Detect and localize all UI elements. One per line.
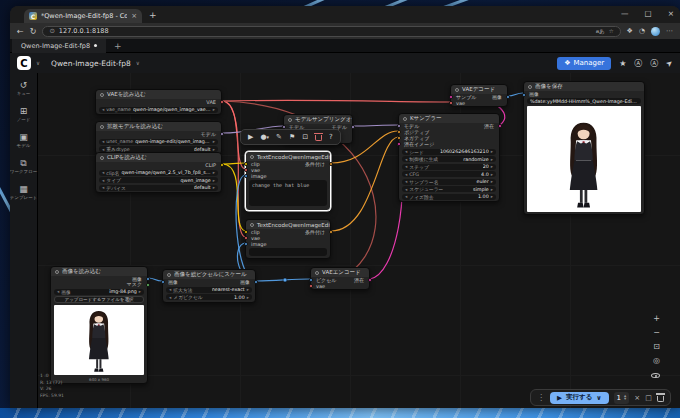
collapse-dot[interactable] — [315, 271, 319, 275]
sidebar-item-templates[interactable]: ▦ テンプレート — [10, 185, 37, 200]
workflow-tab-active[interactable]: Qwen-Image-Edit-fp8 — [12, 39, 106, 53]
combo-right-icon[interactable]: ▸ — [491, 172, 493, 177]
collapse-dot[interactable] — [167, 273, 171, 277]
node-save-image[interactable]: 画像を保存 画像 %date:yyMMdd-HHmm%_Qwen-Image-E… — [523, 81, 645, 215]
node-vae-decode[interactable]: VAEデコード サンプル 画像 vae — [450, 84, 508, 107]
port-clip-in[interactable] — [244, 162, 248, 166]
widget-clip-name[interactable]: ◂ clip名 qwen-image/qwen_2.5_vl_7b_fp8_sc… — [99, 170, 218, 176]
port-negative-in[interactable] — [397, 136, 401, 140]
port-vae-in[interactable] — [244, 236, 248, 240]
node-canvas[interactable]: VAEを読み込む VAE ◂ vae_name qwen-image/qwen_… — [38, 73, 680, 408]
frame-icon[interactable]: ⊡ — [302, 133, 308, 141]
widget-filename-prefix[interactable]: %date:yyMMdd-HHmm%_Qwen-Image-Edit-fp8 — [527, 98, 641, 104]
badge-a-icon-1[interactable]: Ⓐ — [634, 58, 642, 69]
prompt-textarea[interactable]: change the hat blue — [249, 180, 327, 206]
combo-left-icon[interactable]: ◂ — [405, 179, 407, 184]
port-image-out[interactable] — [506, 95, 510, 99]
port-pixels-in[interactable] — [309, 278, 313, 282]
site-info-icon[interactable]: ⊙ — [49, 27, 54, 35]
comfyui-logo[interactable]: C — [17, 56, 31, 70]
run-options-chevron-icon[interactable]: ∨ — [596, 394, 601, 402]
combo-right-icon[interactable]: ▸ — [491, 157, 493, 162]
widget-cfg[interactable]: ◂ CFG 4.0 ▸ — [402, 171, 496, 177]
new-workflow-button[interactable]: + — [114, 41, 122, 51]
run-button[interactable]: ▶ 実行する ∨ — [550, 392, 609, 404]
workflow-name[interactable]: Qwen-Image-Edit-fp8 — [51, 59, 131, 68]
combo-left-icon[interactable]: ◂ — [169, 295, 171, 300]
share-icon[interactable]: ➤ — [664, 57, 675, 68]
widget-seed[interactable]: ◂ シード 1060262646163210 ▸ — [402, 149, 496, 155]
clear-queue-icon[interactable] — [657, 396, 664, 402]
combo-right-icon[interactable]: ▸ — [213, 170, 215, 175]
favorite-star-icon[interactable]: ☆ — [609, 28, 614, 34]
drag-handle-icon[interactable]: ⋮ — [537, 393, 545, 402]
stop-icon[interactable]: □ — [645, 394, 652, 402]
combo-right-icon[interactable]: ▸ — [213, 139, 215, 144]
node-image-scale-to-total-pixels[interactable]: 画像を総ピクセルにスケール 画像 画像 ◂ 拡大方法 nearest-exact… — [162, 269, 256, 303]
port-conditioning-out[interactable] — [329, 162, 333, 166]
combo-right-icon[interactable]: ▸ — [491, 164, 493, 169]
node-color-icon[interactable]: ●▾ — [260, 133, 269, 141]
widget-unet-name[interactable]: ◂ unet_name qwen-image-edit/qwen_image_e… — [99, 139, 218, 145]
combo-right-icon[interactable]: ▸ — [491, 187, 493, 192]
sidebar-item-queue[interactable]: ↺ キュー — [17, 81, 31, 96]
sidebar-item-models[interactable]: ▣ モデル — [17, 133, 31, 148]
widget-megapixels[interactable]: ◂ メガピクセル 1.00 ▸ — [166, 294, 252, 300]
port-image-out[interactable] — [146, 277, 150, 281]
browser-menu-icon[interactable]: ⋯ — [666, 27, 673, 35]
collapse-dot[interactable] — [250, 223, 254, 227]
widget-image-file[interactable]: ◂ 画像 img-84.png ▸ — [54, 289, 144, 295]
new-tab-button[interactable]: + — [149, 10, 157, 20]
node-load-diffusion-model[interactable]: 拡散モデルを読み込む モデル ◂ unet_name qwen-image-ed… — [95, 121, 222, 155]
url-text[interactable]: 127.0.0.1:8188 — [59, 27, 592, 35]
logo-chevron-icon[interactable]: ∨ — [36, 60, 40, 66]
browser-tab[interactable]: C *Qwen-Image-Edit-fp8 - ComfyUI × — [24, 9, 142, 23]
refresh-icon[interactable]: ↻ — [30, 27, 37, 36]
combo-right-icon[interactable]: ▸ — [491, 149, 493, 154]
combo-right-icon[interactable]: ▸ — [213, 107, 215, 112]
sidebar-item-workflow[interactable]: ⧉ ワークフロー — [10, 159, 37, 174]
collapse-dot[interactable] — [55, 270, 59, 274]
port-image-in[interactable] — [244, 242, 248, 246]
translate-icon[interactable]: aあ — [596, 28, 605, 35]
window-minimize-button[interactable]: — — [621, 9, 629, 18]
collapse-dot[interactable] — [100, 125, 104, 129]
combo-left-icon[interactable]: ◂ — [405, 149, 407, 154]
star-icon[interactable]: ★ — [619, 59, 626, 68]
widget-steps[interactable]: ◂ ステップ 20 ▸ — [402, 164, 496, 170]
collapse-dot[interactable] — [100, 156, 104, 160]
port-vae-in[interactable] — [244, 168, 248, 172]
input-image-preview[interactable] — [54, 305, 144, 375]
port-conditioning-out[interactable] — [329, 230, 333, 234]
port-clip-out[interactable] — [220, 163, 224, 167]
tab-close-icon[interactable]: × — [131, 12, 137, 20]
port-model-out[interactable] — [220, 132, 224, 136]
zoom-out-icon[interactable]: − — [653, 329, 660, 337]
widget-upscale-method[interactable]: ◂ 拡大方法 nearest-exact ▸ — [166, 287, 252, 293]
port-samples-in[interactable] — [449, 95, 453, 99]
combo-left-icon[interactable]: ◂ — [405, 157, 407, 162]
port-model-out[interactable] — [351, 125, 355, 129]
combo-left-icon[interactable]: ◂ — [102, 178, 104, 183]
port-mask-out[interactable] — [146, 283, 150, 287]
combo-left-icon[interactable]: ◂ — [102, 185, 104, 190]
window-close-button[interactable]: × — [668, 9, 674, 18]
combo-left-icon[interactable]: ◂ — [102, 147, 104, 152]
combo-left-icon[interactable]: ◂ — [102, 139, 104, 144]
back-icon[interactable]: ← — [17, 27, 24, 36]
node-load-clip[interactable]: CLIPを読み込む CLIP ◂ clip名 qwen-image/qwen_2… — [95, 152, 222, 193]
port-vae-in[interactable] — [309, 284, 313, 288]
port-latent-out[interactable] — [498, 124, 502, 128]
zoom-in-icon[interactable]: + — [653, 315, 660, 323]
port-image-in[interactable] — [244, 174, 248, 178]
edit-icon[interactable]: ✎ — [276, 133, 282, 141]
address-bar[interactable]: ⊙ 127.0.0.1:8188 aあ ☆ — [42, 26, 620, 37]
collapse-dot[interactable] — [250, 155, 254, 159]
help-icon[interactable]: ? — [329, 133, 333, 141]
combo-right-icon[interactable]: ▸ — [491, 179, 493, 184]
node-text-encode-positive[interactable]: TextEncodeQwenImageEdit clip 条件付け vae im… — [245, 151, 331, 211]
collapse-dot[interactable] — [100, 93, 104, 97]
node-load-vae[interactable]: VAEを読み込む VAE ◂ vae_name qwen-image/qwen_… — [95, 89, 222, 115]
node-ksampler[interactable]: Kサンプラー モデル 潜在 ポジティブ ネガティブ 潜在イメージ ◂ シード 1… — [398, 113, 500, 202]
batch-count-stepper[interactable]: 1 ▴▾ — [614, 392, 630, 404]
